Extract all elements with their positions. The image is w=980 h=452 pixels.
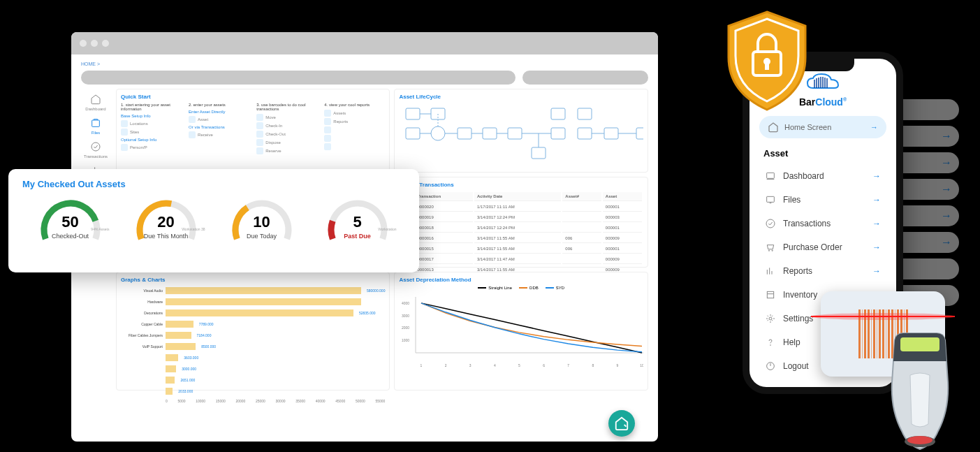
bar [166, 388, 173, 395]
menu-label: Transactions [783, 219, 831, 228]
svg-text:2: 2 [445, 363, 447, 367]
bar [166, 332, 191, 339]
item-icon [189, 131, 196, 138]
svg-rect-14 [636, 128, 643, 139]
phone-menu-transactions[interactable]: Transactions → [759, 212, 886, 235]
quickstart-item[interactable]: Locations [121, 120, 182, 127]
table-row[interactable]: 00000163/14/2017 11:55 AM006000009 [400, 234, 642, 243]
bar [166, 298, 361, 305]
window-dot[interactable] [91, 40, 98, 47]
bar [166, 365, 176, 372]
bar [166, 287, 361, 294]
table-row[interactable]: 00000193/14/2017 12:24 PM000003 [400, 213, 642, 222]
quickstart-item[interactable]: Check-Out [256, 131, 317, 138]
table-row[interactable]: 00000173/14/2017 11:47 AM000009 [400, 255, 642, 264]
bar-row: Fiber Cables Jumpers7184.000 [121, 330, 385, 340]
svg-rect-13 [604, 128, 618, 139]
svg-rect-10 [551, 128, 565, 139]
barcode-scanner [821, 291, 967, 452]
menu-label: Files [783, 195, 800, 205]
item-icon [256, 114, 263, 121]
line-series [421, 303, 642, 353]
line-series [421, 303, 642, 347]
svg-text:2000: 2000 [402, 326, 409, 330]
panel-title: Asset LifeCycle [399, 94, 643, 100]
line-chart: 100020003000400012345678910 [399, 293, 643, 370]
transactions-table: +TransactionActivity DateAsset#Asset 000… [399, 191, 643, 276]
legend-item: SYD [546, 286, 564, 290]
item-icon [324, 118, 331, 125]
svg-rect-0 [92, 120, 100, 126]
window-dot[interactable] [80, 40, 87, 47]
check-icon [765, 218, 776, 229]
quickstart-link[interactable]: Optional Setup Info [121, 138, 182, 142]
quickstart-link[interactable]: Or via Transactions [189, 125, 249, 129]
quickstart-item[interactable]: Check-In [256, 122, 317, 129]
svg-point-5 [431, 126, 445, 140]
security-shield-icon [722, 8, 812, 113]
card-title: My Checked Out Assets [22, 179, 405, 189]
asset-lifecycle-panel: Asset LifeCycle [394, 89, 648, 173]
svg-point-1 [92, 143, 100, 151]
browser-titlebar [71, 32, 658, 54]
sidebar-item-files[interactable]: Files [89, 117, 102, 135]
table-row[interactable]: 00000183/14/2017 12:24 PM000001 [400, 224, 642, 233]
item-icon [324, 126, 331, 133]
home-fab[interactable] [608, 410, 635, 437]
item-icon [121, 129, 128, 136]
gauge-value: 5 [353, 213, 361, 231]
logo-text-cloud: Cloud [815, 96, 843, 108]
quickstart-item[interactable]: Assets [324, 110, 385, 117]
phone-menu-dashboard[interactable]: Dashboard → [759, 164, 886, 188]
phone-menu-purchase-order[interactable]: Purchase Order → [759, 235, 886, 259]
bar [166, 343, 196, 350]
home-screen-button[interactable]: Home Screen → [759, 116, 886, 138]
lifecycle-diagram [399, 103, 643, 164]
svg-rect-51 [767, 196, 775, 202]
reports-icon [765, 265, 776, 277]
cart-icon [765, 242, 776, 253]
window-dot[interactable] [102, 40, 109, 47]
svg-text:5: 5 [518, 363, 520, 367]
breadcrumb[interactable]: HOME > [81, 61, 648, 66]
table-row[interactable]: 00000201/17/2017 11:11 AM000001 [400, 203, 642, 212]
svg-text:7: 7 [568, 363, 570, 367]
quickstart-column: 2. enter your assetsEnter Asset Directly… [189, 103, 249, 156]
gauge-sublabel: Workstation [378, 227, 396, 231]
placeholder-bar [81, 71, 515, 85]
sidebar-item-transactions[interactable]: Transactions [84, 140, 108, 159]
bar [166, 309, 353, 316]
svg-text:8: 8 [592, 363, 594, 367]
quickstart-link[interactable]: Enter Asset Directly [189, 110, 249, 114]
quickstart-item[interactable]: Receive [189, 131, 249, 138]
quickstart-link[interactable]: Base Setup Info [121, 114, 182, 118]
quickstart-item[interactable]: Person/P [121, 144, 182, 151]
quickstart-item[interactable]: Dispose [256, 139, 317, 146]
gauge-sublabel: 94% Assets [91, 227, 109, 231]
quickstart-item[interactable] [324, 135, 385, 142]
menu-label: Dashboard [783, 171, 824, 181]
sidebar-item-dashboard[interactable]: Dashboard [85, 93, 105, 111]
quickstart-item[interactable]: Asset [189, 116, 249, 123]
logout-icon [765, 360, 776, 372]
depreciation-panel: Asset Depreciation Method Straight LineD… [394, 272, 648, 391]
phone-menu-reports[interactable]: Reports → [759, 259, 886, 283]
item-icon [121, 144, 128, 151]
svg-point-55 [772, 250, 773, 251]
quickstart-item[interactable]: Reports [324, 118, 385, 125]
table-header: Asset [603, 192, 642, 201]
quickstart-item[interactable]: Move [256, 114, 317, 121]
item-icon [121, 120, 128, 127]
bar-row: 3603.000 [121, 353, 385, 363]
quickstart-item[interactable]: Reserve [256, 147, 317, 154]
help-icon [765, 337, 776, 348]
svg-point-54 [768, 250, 769, 251]
quickstart-column: 3. use barcodes to do cool transactionsM… [256, 103, 317, 156]
table-row[interactable]: 00000153/14/2017 11:55 AM006000001 [400, 245, 642, 254]
quickstart-item[interactable]: Sites [121, 129, 182, 136]
svg-rect-4 [406, 128, 420, 139]
svg-rect-56 [767, 291, 773, 298]
quickstart-item[interactable] [324, 143, 385, 150]
quickstart-item[interactable] [324, 126, 385, 133]
phone-menu-files[interactable]: Files → [759, 188, 886, 212]
